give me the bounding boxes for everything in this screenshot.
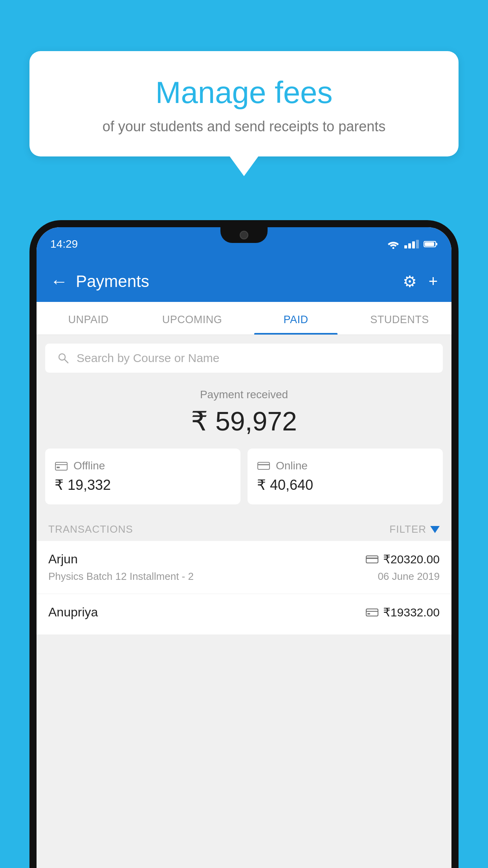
search-bar[interactable]: Search by Course or Name xyxy=(45,344,443,373)
card-payment-icon xyxy=(366,555,378,564)
offline-payment-card: Offline ₹ 19,332 xyxy=(45,449,240,504)
transaction-name: Arjun xyxy=(48,552,78,566)
search-input[interactable]: Search by Course or Name xyxy=(77,351,220,365)
tabs-bar: UNPAID UPCOMING PAID STUDENTS xyxy=(37,302,451,335)
cash-payment-icon xyxy=(366,607,378,618)
phone-camera xyxy=(240,231,248,239)
filter-triangle-icon xyxy=(430,526,440,533)
transactions-label: TRANSACTIONS xyxy=(48,523,133,535)
tab-students[interactable]: STUDENTS xyxy=(348,302,451,335)
svg-rect-9 xyxy=(258,462,270,469)
svg-line-5 xyxy=(64,359,68,363)
offline-icon xyxy=(55,460,68,471)
tab-paid[interactable]: PAID xyxy=(244,302,348,335)
svg-rect-6 xyxy=(55,462,67,470)
battery-icon xyxy=(424,240,438,248)
svg-point-0 xyxy=(393,247,394,249)
transaction-amount-row: ₹20320.00 xyxy=(366,552,440,566)
header-icons: ⚙ + xyxy=(403,272,438,291)
transaction-date: 06 June 2019 xyxy=(378,570,440,583)
svg-rect-8 xyxy=(57,467,60,468)
online-payment-card: Online ₹ 40,640 xyxy=(248,449,443,504)
status-time: 14:29 xyxy=(50,238,78,250)
signal-bars-icon xyxy=(404,240,419,248)
back-button[interactable]: ← xyxy=(50,272,68,290)
tab-upcoming[interactable]: UPCOMING xyxy=(140,302,244,335)
add-button[interactable]: + xyxy=(429,272,438,290)
transaction-item[interactable]: Anupriya ₹19332.00 xyxy=(37,594,451,635)
transaction-detail: Physics Batch 12 Installment - 2 xyxy=(48,570,194,583)
transaction-row-top: Arjun ₹20320.00 xyxy=(48,552,440,566)
status-bar: 14:29 xyxy=(37,227,451,261)
speech-bubble: Manage fees of your students and send re… xyxy=(29,51,459,156)
transaction-amount: ₹20320.00 xyxy=(383,552,440,566)
offline-amount: ₹ 19,332 xyxy=(55,477,231,493)
transaction-amount-row: ₹19332.00 xyxy=(366,605,440,619)
settings-button[interactable]: ⚙ xyxy=(403,272,417,291)
transaction-amount: ₹19332.00 xyxy=(383,605,440,619)
status-icons xyxy=(387,239,438,249)
offline-card-header: Offline xyxy=(55,460,231,472)
payment-cards: Offline ₹ 19,332 Online ₹ 40,640 xyxy=(37,449,451,515)
svg-rect-2 xyxy=(436,243,437,245)
payment-received-section: Payment received ₹ 59,972 xyxy=(37,373,451,449)
filter-button[interactable]: FILTER xyxy=(389,523,440,535)
app-content: Search by Course or Name Payment receive… xyxy=(37,335,451,868)
transaction-row-top: Anupriya ₹19332.00 xyxy=(48,605,440,620)
online-amount: ₹ 40,640 xyxy=(257,477,433,493)
payment-amount: ₹ 59,972 xyxy=(45,406,443,437)
phone-screen: 14:29 xyxy=(37,227,451,868)
svg-rect-11 xyxy=(366,556,378,563)
svg-rect-3 xyxy=(425,242,434,246)
tab-unpaid[interactable]: UNPAID xyxy=(37,302,140,335)
app-title: Payments xyxy=(76,272,395,291)
svg-rect-13 xyxy=(366,609,378,616)
transaction-list: Arjun ₹20320.00 Physics Batch 12 Install… xyxy=(37,541,451,635)
search-icon xyxy=(57,352,70,364)
speech-bubble-title: Manage fees xyxy=(49,75,439,110)
transaction-row-bottom: Physics Batch 12 Installment - 2 06 June… xyxy=(48,570,440,583)
online-icon xyxy=(257,461,270,471)
transaction-item[interactable]: Arjun ₹20320.00 Physics Batch 12 Install… xyxy=(37,541,451,594)
phone-notch xyxy=(220,227,268,243)
speech-bubble-subtitle: of your students and send receipts to pa… xyxy=(49,118,439,135)
transactions-header: TRANSACTIONS FILTER xyxy=(37,515,451,541)
online-card-header: Online xyxy=(257,460,433,472)
payment-received-label: Payment received xyxy=(45,388,443,401)
phone-frame: 14:29 xyxy=(29,220,459,868)
wifi-icon xyxy=(387,239,400,249)
svg-rect-15 xyxy=(367,613,370,614)
transaction-name: Anupriya xyxy=(48,605,98,620)
app-header: ← Payments ⚙ + xyxy=(37,261,451,302)
